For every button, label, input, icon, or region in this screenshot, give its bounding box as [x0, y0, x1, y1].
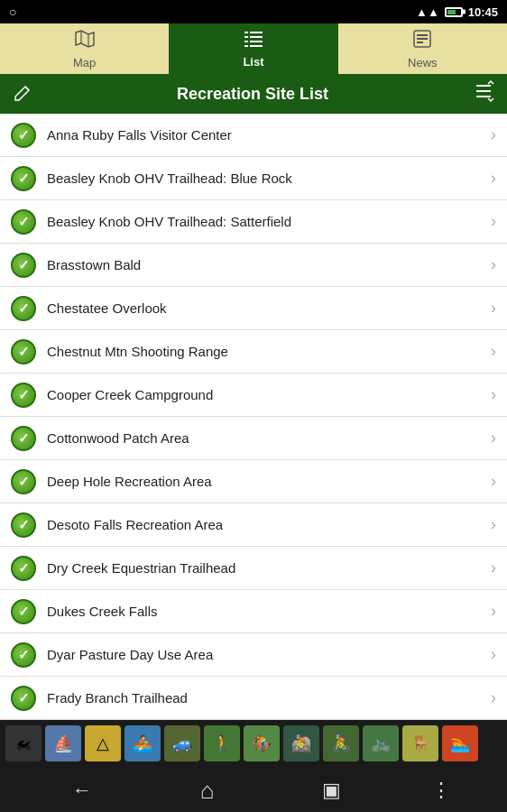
list-item[interactable]: Cooper Creek Campground › [0, 374, 507, 417]
item-label: Beasley Knob OHV Trailhead: Satterfield [47, 214, 491, 229]
status-bar: ○ ▲▲ 10:45 [0, 0, 507, 23]
svg-rect-13 [417, 42, 423, 43]
chevron-right-icon: › [491, 429, 496, 448]
chevron-right-icon: › [491, 688, 496, 707]
news-icon [412, 29, 432, 53]
tab-bar: Map List News [0, 23, 507, 74]
circle-icon: ○ [9, 5, 16, 19]
chevron-right-icon: › [491, 169, 496, 188]
item-label: Dry Creek Equestrian Trailhead [47, 560, 491, 576]
tab-list-label: List [243, 55, 263, 69]
tab-news[interactable]: News [338, 23, 507, 74]
bottom-icon-camping[interactable]: △ [85, 725, 121, 761]
item-label: Cooper Creek Campground [47, 387, 491, 402]
wifi-icon: ▲▲ [416, 5, 439, 19]
tab-map[interactable]: Map [0, 23, 169, 74]
bottom-icon-bike[interactable]: 🚴 [323, 725, 359, 761]
list-item[interactable]: Anna Ruby Falls Visitor Center › [0, 114, 507, 157]
svg-rect-6 [244, 41, 248, 42]
chevron-right-icon: › [491, 645, 496, 664]
list-item[interactable]: Desoto Falls Recreation Area › [0, 503, 507, 547]
chevron-right-icon: › [491, 558, 496, 577]
chevron-right-icon: › [491, 515, 496, 534]
item-label: Chestatee Overlook [47, 300, 491, 316]
list-icon [243, 30, 264, 52]
chevron-right-icon: › [491, 602, 496, 621]
item-label: Cottonwood Patch Area [47, 430, 491, 446]
more-button[interactable]: ⋮ [431, 779, 453, 802]
check-icon [11, 383, 36, 408]
check-icon [11, 166, 36, 191]
battery-fill [447, 10, 456, 14]
list-item[interactable]: Deep Hole Recreation Area › [0, 460, 507, 503]
item-label: Frady Branch Trailhead [47, 690, 491, 706]
bottom-icon-cycling[interactable]: 🚲 [363, 725, 399, 761]
check-icon [11, 339, 36, 364]
svg-rect-12 [417, 38, 428, 40]
recreation-list: Anna Ruby Falls Visitor Center › Beasley… [0, 114, 507, 720]
tab-news-label: News [408, 56, 438, 69]
check-icon [11, 123, 36, 148]
home-button[interactable]: ⌂ [182, 770, 233, 812]
check-icon [11, 469, 36, 494]
check-icon [11, 512, 36, 538]
chevron-right-icon: › [491, 125, 496, 144]
item-label: Beasley Knob OHV Trailhead: Blue Rock [47, 171, 491, 186]
tab-list[interactable]: List [169, 23, 337, 74]
tab-map-label: Map [73, 56, 96, 69]
list-item[interactable]: Brasstown Bald › [0, 244, 507, 287]
svg-rect-9 [250, 45, 263, 47]
status-right: ▲▲ 10:45 [416, 5, 498, 19]
list-item[interactable]: Beasley Knob OHV Trailhead: Blue Rock › [0, 157, 507, 200]
item-label: Anna Ruby Falls Visitor Center [47, 127, 491, 143]
svg-rect-3 [250, 32, 263, 33]
check-icon [11, 426, 36, 451]
chevron-right-icon: › [491, 299, 496, 318]
item-label: Desoto Falls Recreation Area [47, 517, 491, 532]
nav-bar: ← ⌂ ▣ ⋮ [0, 767, 507, 812]
list-item[interactable]: Beasley Knob OHV Trailhead: Satterfield … [0, 200, 507, 244]
bottom-icon-swim[interactable]: 🏊 [442, 725, 478, 761]
edit-icon[interactable] [13, 82, 32, 106]
check-icon [11, 686, 36, 711]
item-label: Deep Hole Recreation Area [47, 474, 491, 489]
status-left: ○ [9, 5, 16, 19]
recent-button[interactable]: ▣ [304, 771, 359, 809]
check-icon [11, 556, 36, 581]
bottom-icon-strip: 🏍⛵△🚣🚙🚶🏇🚵🚴🚲🪑🏊 [0, 720, 507, 767]
list-item[interactable]: Chestnut Mtn Shooting Range › [0, 330, 507, 374]
chevron-right-icon: › [491, 342, 496, 361]
list-item[interactable]: Chestatee Overlook › [0, 287, 507, 330]
bottom-icon-water[interactable]: 🚣 [124, 725, 161, 761]
check-icon [11, 296, 36, 321]
list-item[interactable]: Frady Branch Trailhead › [0, 677, 507, 720]
bottom-icon-hiking[interactable]: 🚶 [204, 725, 240, 761]
bottom-icon-boat[interactable]: ⛵ [45, 725, 81, 761]
list-item[interactable]: Dyar Pasture Day Use Area › [0, 633, 507, 677]
bottom-icon-atv[interactable]: 🏍 [5, 725, 41, 761]
list-item[interactable]: Dukes Creek Falls › [0, 590, 507, 633]
bottom-icon-trailhead[interactable]: 🚵 [283, 725, 319, 761]
map-icon [74, 29, 96, 53]
status-time: 10:45 [468, 5, 498, 19]
check-icon [11, 642, 36, 668]
chevron-right-icon: › [491, 255, 496, 274]
svg-rect-5 [250, 36, 263, 38]
bottom-icon-offroad[interactable]: 🚙 [164, 725, 200, 761]
item-label: Dukes Creek Falls [47, 604, 491, 619]
chevron-right-icon: › [491, 472, 496, 491]
item-label: Brasstown Bald [47, 257, 491, 272]
item-label: Dyar Pasture Day Use Area [47, 647, 491, 662]
bottom-icon-picnic[interactable]: 🪑 [402, 725, 438, 761]
svg-rect-8 [244, 45, 248, 47]
svg-rect-4 [244, 36, 248, 38]
svg-rect-2 [244, 32, 248, 33]
bottom-icon-horse[interactable]: 🏇 [244, 725, 280, 761]
svg-rect-11 [417, 34, 428, 36]
list-item[interactable]: Dry Creek Equestrian Trailhead › [0, 547, 507, 590]
check-icon [11, 599, 36, 624]
sort-icon[interactable] [473, 80, 494, 107]
list-item[interactable]: Cottonwood Patch Area › [0, 417, 507, 460]
check-icon [11, 209, 36, 235]
back-button[interactable]: ← [54, 771, 110, 809]
